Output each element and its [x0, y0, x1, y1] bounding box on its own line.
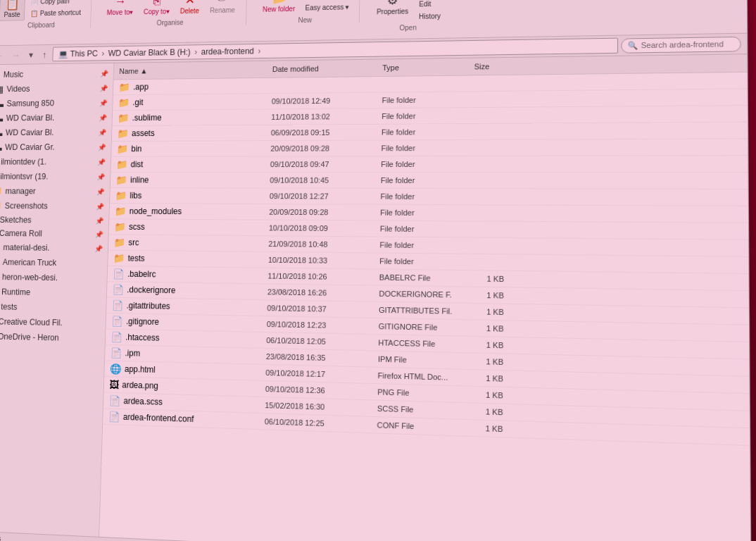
sidebar-label-runtime: Runtime: [1, 287, 101, 299]
table-row[interactable]: 📁 inline 09/10/2018 10:45 File folder: [111, 173, 748, 189]
sidebar-label-wd3: WD Caviar Gr.: [5, 142, 95, 152]
move-to-button[interactable]: → Move to▾: [103, 0, 138, 19]
rename-button[interactable]: ✏ Rename: [206, 0, 239, 17]
col-header-type[interactable]: Type: [377, 61, 468, 73]
sidebar-item-ilmiontdev[interactable]: ≡ ilmiontdev (1. 📌: [0, 154, 111, 169]
sidebar-item-manager[interactable]: 📁 manager 📌: [0, 184, 110, 199]
table-row[interactable]: 📁 assets 06/09/2018 09:15 File folder: [112, 123, 748, 142]
sidebar-label-creative-cloud: Creative Cloud Fil.: [0, 317, 100, 328]
file-name-text: .htaccess: [125, 332, 160, 343]
sidebar-item-onedrive[interactable]: ☁ OneDrive - Heron: [0, 328, 105, 346]
table-row[interactable]: 📁 dist 09/10/2018 09:47 File folder: [111, 156, 748, 173]
file-type: SCSS File: [372, 403, 465, 416]
open-group: ⚙ Properties Open Edit History: [365, 0, 452, 32]
sidebar-item-samsung[interactable]: ▬ Samsung 850 📌: [0, 95, 113, 111]
col-header-name[interactable]: Name ▲: [114, 64, 267, 77]
delete-icon: ✕: [184, 0, 195, 6]
delete-button[interactable]: ✕ Delete: [176, 0, 203, 18]
file-size: 1 KB: [465, 390, 509, 401]
copy-path-button[interactable]: 📄 Copy path: [27, 0, 84, 8]
sidebar-item-tests[interactable]: 📁 tests: [0, 299, 106, 316]
file-name-cell: 📁 assets: [112, 127, 265, 139]
sidebar-item-wd3[interactable]: ▬ WD Caviar Gr. 📌: [0, 139, 111, 154]
sidebar-item-music[interactable]: ♪ Music 📌: [0, 66, 113, 82]
samsung-icon: ▬: [0, 99, 4, 109]
table-row[interactable]: 📁 bin 20/09/2018 09:28 File folder: [111, 139, 748, 156]
forward-button[interactable]: →: [8, 48, 23, 62]
history-button[interactable]: History: [415, 10, 444, 22]
sidebar-item-wd2[interactable]: ▬ WD Caviar Bl. 📌: [0, 125, 112, 140]
properties-button[interactable]: ⚙ Properties: [372, 0, 413, 18]
file-icon: 📄: [109, 395, 121, 406]
col-header-date[interactable]: Date modified: [267, 62, 377, 75]
file-type: File folder: [374, 240, 467, 250]
file-name-cell: 📁 .git: [113, 95, 266, 108]
file-type: File folder: [376, 127, 468, 137]
sidebar-item-wd1[interactable]: ▬ WD Caviar Bl. 📌: [0, 110, 112, 125]
new-folder-icon: 📁: [272, 0, 287, 4]
wd2-icon: ▬: [0, 128, 3, 138]
col-header-size[interactable]: Size: [468, 61, 511, 73]
sidebar-item-heron[interactable]: 📁 heron-web-desi.: [0, 269, 107, 286]
sidebar-label-samsung: Samsung 850: [6, 98, 96, 108]
sidebar-item-ilmiontsvr[interactable]: ≡ ilmiontsvr (19. 📌: [0, 169, 111, 184]
sidebar-item-runtime[interactable]: 📁 Runtime: [0, 284, 106, 301]
sidebar-item-material[interactable]: 📁 material-desi. 📌: [0, 240, 108, 256]
sidebar-label-wd1: WD Caviar Bl.: [6, 113, 96, 123]
move-icon: →: [114, 0, 126, 8]
file-type: File folder: [374, 208, 467, 218]
file-size: [467, 163, 510, 165]
sidebar: ♪ Music 📌 ▦ Videos 📌 ▬ Samsung 850 📌 ▬ W…: [0, 63, 114, 537]
file-type: GITATTRIBUTES Fil.: [373, 305, 466, 316]
file-size: 1 KB: [466, 290, 510, 301]
sidebar-label-wd2: WD Caviar Bl.: [6, 128, 96, 137]
sidebar-label-ilmiontdev: ilmiontdev (1.: [1, 157, 94, 166]
recent-button[interactable]: ▾: [25, 47, 37, 61]
up-button[interactable]: ↑: [39, 47, 50, 61]
path-this-pc[interactable]: This PC: [70, 49, 99, 58]
easy-access-button[interactable]: Easy access ▾: [302, 1, 353, 14]
file-size: [467, 196, 511, 197]
sidebar-item-camera-roll[interactable]: ✓ Camera Roll 📌: [0, 226, 108, 241]
path-drive[interactable]: WD Caviar Black B (H:): [108, 47, 190, 58]
file-date: 06/10/2018 12:25: [259, 416, 372, 430]
sidebar-item-videos[interactable]: ▦ Videos 📌: [0, 80, 113, 97]
file-name-text: libs: [130, 191, 141, 201]
file-date: 09/10/2018 12:49: [266, 96, 377, 106]
file-type: CONF File: [371, 420, 465, 433]
file-date: 09/10/2018 10:37: [261, 303, 373, 315]
sidebar-item-sketches[interactable]: ✓ Sketches 📌: [0, 213, 109, 228]
file-name-cell: 📁 src: [108, 236, 263, 250]
sidebar-item-screenshots[interactable]: 📁 Screenshots 📌: [0, 199, 109, 214]
path-folder[interactable]: ardea-frontend: [201, 46, 254, 57]
file-icon: 📁: [114, 237, 125, 248]
edit-button[interactable]: Edit: [415, 0, 444, 10]
paste-button[interactable]: 📋 Paste: [0, 0, 25, 21]
back-button[interactable]: ←: [0, 48, 6, 62]
paste-shortcut-button[interactable]: 📋 Paste shortcut: [27, 7, 84, 20]
file-type: [377, 82, 468, 85]
file-icon: 📄: [111, 316, 122, 327]
new-folder-button[interactable]: 📁 New folder: [258, 0, 299, 16]
file-size: [467, 261, 510, 263]
file-name-cell: 📁 tests: [108, 252, 263, 266]
file-date: 11/10/2018 13:02: [265, 111, 376, 122]
file-icon: 📁: [114, 221, 125, 232]
search-box[interactable]: 🔍: [621, 36, 741, 53]
sidebar-label-american-truck: American Truck: [2, 258, 102, 268]
sidebar-item-creative-cloud[interactable]: ☁ Creative Cloud Fil.: [0, 313, 106, 331]
copy-to-button[interactable]: ⎘ Copy to▾: [139, 0, 174, 18]
file-type: GITIGNORE File: [373, 321, 466, 333]
search-input[interactable]: [641, 39, 731, 49]
sidebar-item-american-truck[interactable]: 📁 American Truck: [0, 254, 108, 270]
file-name-text: bin: [131, 144, 141, 154]
file-size: 1 KB: [465, 373, 509, 384]
file-size: 1 KB: [466, 306, 510, 317]
clipboard-group: 📋 Paste 📄 Copy path 📋 Paste shortcut: [0, 0, 92, 30]
file-name-text: app.html: [125, 364, 156, 375]
sidebar-label-tests: tests: [1, 302, 101, 313]
file-name-text: ardea-frontend.conf: [123, 412, 194, 424]
file-icon: 📁: [118, 97, 130, 108]
file-list: Name ▲ Date modified Type Size 📁: [99, 54, 750, 541]
file-size: [467, 147, 510, 149]
